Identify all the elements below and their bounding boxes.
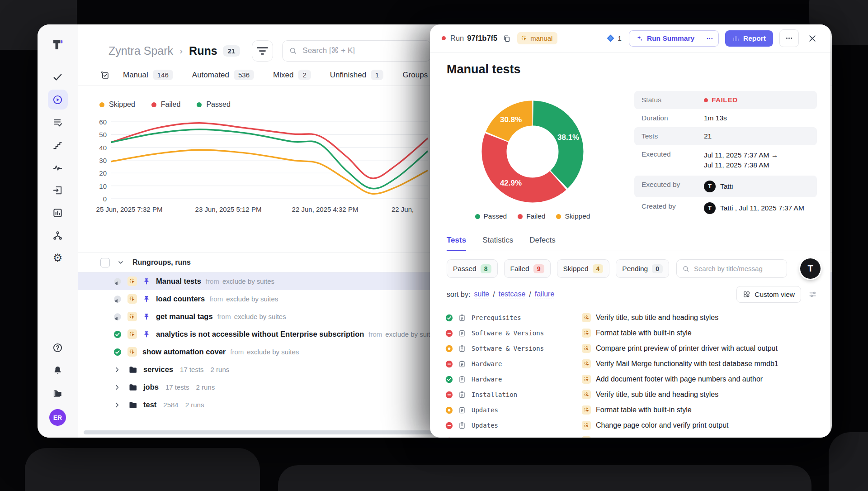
- test-row[interactable]: UpdatesChange page color and verify prin…: [445, 418, 830, 433]
- sidebar-item-imports[interactable]: [48, 180, 68, 200]
- sort-by-testcase-link[interactable]: testcase: [499, 290, 526, 300]
- tab-mixed[interactable]: Mixed2: [273, 70, 311, 80]
- test-row[interactable]: PrerequisitesVerify title, sub title and…: [445, 310, 830, 325]
- select-all-checkbox[interactable]: [100, 258, 110, 267]
- sidebar-item-test-plans[interactable]: [48, 112, 68, 132]
- tab-statistics[interactable]: Statistics: [482, 236, 513, 251]
- chevron-right-icon[interactable]: [113, 366, 121, 373]
- run-summary-button[interactable]: Run Summary: [629, 31, 701, 46]
- x-tick-label: 22 Jun, 2025 4:32 PM: [292, 205, 359, 213]
- test-row[interactable]: HardwareVerify Mail Merge functionality …: [445, 356, 830, 372]
- filter-skipped-button[interactable]: Skipped4: [557, 259, 610, 278]
- sidebar-item-reports[interactable]: [48, 203, 68, 223]
- clipboard-icon: [458, 421, 466, 429]
- chevron-down-icon[interactable]: [117, 259, 124, 266]
- legend-dot-icon: [556, 214, 561, 219]
- suite-name: Prerequisites: [472, 314, 521, 321]
- filter-lines-icon: [255, 43, 270, 58]
- filter-failed-button[interactable]: Failed9: [504, 259, 551, 278]
- chevron-right-icon[interactable]: [113, 384, 121, 391]
- custom-view-button[interactable]: Custom view: [736, 286, 801, 303]
- projects-folders-icon[interactable]: [48, 383, 68, 403]
- app-logo-icon[interactable]: [51, 38, 65, 52]
- manual-cursor-icon: [582, 421, 591, 430]
- legend-item-failed[interactable]: Failed: [151, 100, 181, 109]
- run-source: exclude by suites: [234, 313, 286, 320]
- user-avatar[interactable]: ER: [49, 409, 66, 426]
- run-source: exclude by suites: [247, 348, 299, 356]
- select-all-icon[interactable]: [100, 70, 109, 80]
- view-settings-sliders-icon[interactable]: [808, 290, 817, 299]
- global-search-input[interactable]: [302, 46, 425, 56]
- filter-passed-button[interactable]: Passed8: [447, 259, 498, 278]
- tab-unfinished[interactable]: Unfinished1: [330, 70, 384, 80]
- legend-item-passed[interactable]: Passed: [197, 100, 230, 109]
- help-icon[interactable]: [48, 338, 68, 358]
- close-panel-button[interactable]: [806, 32, 819, 45]
- tab-defects[interactable]: Defects: [529, 236, 556, 251]
- tab-tests[interactable]: Tests: [447, 236, 466, 251]
- copy-icon[interactable]: [503, 34, 511, 43]
- tab-automated[interactable]: Automated536: [192, 70, 254, 80]
- suite-name: Hardware: [472, 376, 502, 383]
- test-row[interactable]: [445, 433, 830, 438]
- assistant-fab[interactable]: T: [800, 258, 821, 279]
- folder-name: jobs: [143, 383, 159, 391]
- info-row-executed: Executed Jul 11, 2025 7:37 AM →Jul 11, 2…: [634, 145, 817, 176]
- y-tick-label: 10: [99, 182, 107, 190]
- manual-cursor-icon: [127, 294, 137, 304]
- filter-button[interactable]: [252, 40, 273, 62]
- donut-legend-item[interactable]: Failed: [518, 212, 545, 220]
- donut-legend-item[interactable]: Passed: [475, 212, 507, 220]
- sort-by-failure-link[interactable]: failure: [535, 290, 555, 300]
- test-row[interactable]: Software & VersionsCompare print preview…: [445, 341, 830, 356]
- test-row[interactable]: HardwareAdd document footer with page nu…: [445, 372, 830, 387]
- sidebar-item-runs[interactable]: [48, 90, 68, 110]
- pin-icon: [142, 313, 151, 321]
- diamond-icon: [606, 34, 615, 43]
- run-label: Run: [450, 34, 464, 43]
- y-tick-label: 20: [99, 169, 107, 177]
- check-circle-icon: [445, 314, 453, 322]
- grid-settings-icon: [743, 291, 750, 298]
- sidebar-item-milestones[interactable]: [48, 135, 68, 155]
- test-search-input[interactable]: [693, 264, 781, 273]
- run-row-title: load counters: [156, 295, 205, 303]
- sidebar-item-analytics[interactable]: [48, 157, 68, 177]
- clipboard-icon: [458, 314, 466, 322]
- run-row-title: show automation cover: [142, 348, 226, 356]
- test-row[interactable]: UpdatesFormat table with built-in style: [445, 402, 830, 418]
- credits-indicator[interactable]: 1: [606, 34, 622, 43]
- breadcrumb-project[interactable]: Zyntra Spark: [108, 44, 173, 57]
- sidebar-item-tests[interactable]: [48, 67, 68, 87]
- minus-circle-icon: [445, 422, 453, 429]
- clipboard-icon: [458, 360, 466, 368]
- check-circle-icon: [113, 348, 122, 356]
- y-tick-label: 50: [99, 131, 107, 138]
- report-button[interactable]: Report: [725, 30, 773, 47]
- notifications-bell-icon[interactable]: [48, 360, 68, 380]
- test-row[interactable]: InstallationVerify title, sub title and …: [445, 387, 830, 402]
- decor-shape: [25, 448, 260, 491]
- legend-item-skipped[interactable]: Skipped: [99, 100, 135, 109]
- folder-icon: [128, 400, 137, 410]
- filter-pending-button[interactable]: Pending0: [616, 259, 669, 278]
- sort-by-suite-link[interactable]: suite: [474, 290, 489, 300]
- tab-manual[interactable]: Manual146: [123, 70, 173, 80]
- donut-legend-item[interactable]: Skipped: [556, 212, 590, 220]
- status-filters: Passed8 Failed9 Skipped4 Pending0 T: [447, 259, 817, 278]
- manual-cursor-icon: [582, 344, 591, 353]
- folder-tests-count: 17 tests: [165, 383, 189, 391]
- panel-more-button[interactable]: [779, 29, 799, 47]
- info-row-created-by: Created by TTatti , Jul 11, 2025 7:37 AM: [634, 197, 817, 219]
- y-tick-label: 60: [99, 118, 107, 126]
- test-title: Verify title, sub title and heading styl…: [596, 314, 718, 322]
- run-summary-more-button[interactable]: [701, 31, 718, 46]
- sidebar-item-branches[interactable]: [48, 225, 68, 245]
- manual-cursor-icon: [521, 35, 528, 42]
- global-search: [282, 40, 431, 62]
- skipped-dot-icon: [99, 102, 104, 107]
- sidebar-item-settings[interactable]: ⚙: [48, 248, 68, 268]
- test-row[interactable]: Software & VersionsFormat table with bui…: [445, 325, 830, 341]
- chevron-right-icon[interactable]: [113, 401, 121, 409]
